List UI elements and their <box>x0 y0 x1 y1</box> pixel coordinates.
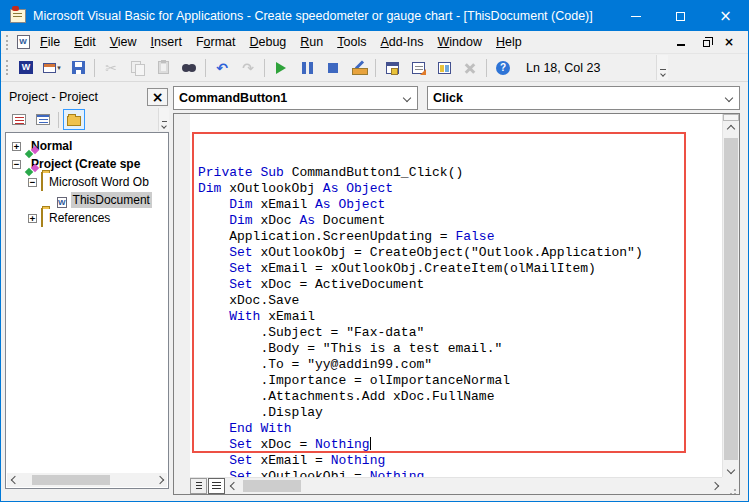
view-word-icon: W <box>19 61 33 74</box>
code-text: xEmail = <box>253 453 331 468</box>
project-panel-close-button[interactable] <box>147 88 168 106</box>
project-tree[interactable]: +Normal−Project (Create spe−Microsoft Wo… <box>5 132 169 489</box>
undo-icon: ↶ <box>216 61 228 75</box>
toggle-folders-button[interactable] <box>63 109 85 130</box>
code-keyword: Set <box>229 453 252 468</box>
chevron-down-icon <box>660 71 666 77</box>
code-text: xEmail <box>260 309 315 324</box>
tree-expander-collapsed[interactable]: + <box>12 142 21 151</box>
project-panel-header: Project - Project <box>5 86 169 107</box>
paste-icon <box>158 61 169 74</box>
tree-expander-expanded[interactable]: − <box>28 178 37 187</box>
code-keyword: Set <box>229 277 252 292</box>
code-editor[interactable]: Private Sub CommandButton1_Click()Dim xO… <box>190 114 722 477</box>
run-button[interactable] <box>269 57 293 79</box>
insert-userform-icon <box>43 63 56 73</box>
mdi-close-button[interactable] <box>720 34 738 50</box>
code-line: Dim xEmail As Object <box>198 197 722 213</box>
tree-expander-collapsed[interactable]: + <box>28 214 37 223</box>
design-mode-button[interactable] <box>347 57 371 79</box>
mdi-restore-button[interactable] <box>696 34 714 50</box>
menu-item-file[interactable]: File <box>33 32 67 52</box>
tree-item-thisdocument[interactable]: WThisDocument <box>6 191 168 209</box>
toolbox-button[interactable] <box>458 57 482 79</box>
menu-item-help[interactable]: Help <box>489 32 529 52</box>
reset-button[interactable] <box>321 57 345 79</box>
scroll-left-button[interactable] <box>226 478 241 494</box>
find-button[interactable] <box>177 57 201 79</box>
scrollbar-thumb[interactable] <box>243 480 301 492</box>
minimize-button[interactable] <box>613 1 658 31</box>
full-module-view-button[interactable] <box>208 478 225 494</box>
tree-item-project-create-spe[interactable]: −Project (Create spe <box>6 155 168 173</box>
vertical-scrollbar[interactable] <box>722 114 739 477</box>
menu-item-format[interactable]: Format <box>189 32 243 52</box>
tree-expander-expanded[interactable]: − <box>12 160 21 169</box>
minimize-icon <box>631 16 641 17</box>
view-object-button[interactable] <box>32 109 54 130</box>
word-document-icon: W <box>13 34 33 50</box>
scroll-right-button[interactable] <box>707 478 722 494</box>
menu-item-run[interactable]: Run <box>293 32 330 52</box>
project-toolbar-options-button[interactable] <box>158 108 169 131</box>
code-line: Set xOutlookObj = CreateObject("Outlook.… <box>198 245 722 261</box>
redo-button[interactable]: ↷ <box>236 57 260 79</box>
menu-item-window[interactable]: Window <box>431 32 489 52</box>
menu-item-edit[interactable]: Edit <box>67 32 103 52</box>
copy-button[interactable] <box>125 57 149 79</box>
project-explorer-icon <box>386 62 399 74</box>
view-code-button[interactable] <box>8 109 30 130</box>
tree-item-microsoft-word-ob[interactable]: −Microsoft Word Ob <box>6 173 168 191</box>
insert-userform-button[interactable]: ▾ <box>40 57 64 79</box>
split-handle[interactable] <box>723 114 739 121</box>
properties-window-button[interactable] <box>406 57 430 79</box>
object-browser-button[interactable] <box>432 57 456 79</box>
line-column-indicator: Ln 18, Col 23 <box>526 61 600 75</box>
cut-button[interactable]: ✂ <box>99 57 123 79</box>
help-button[interactable]: ? <box>491 57 515 79</box>
menu-item-debug[interactable]: Debug <box>242 32 293 52</box>
object-dropdown[interactable]: CommandButton1 <box>173 86 418 110</box>
code-text: xDoc = ActiveDocument <box>253 277 425 292</box>
undo-button[interactable]: ↶ <box>210 57 234 79</box>
mdi-minimize-button[interactable] <box>672 34 690 50</box>
scrollbar-track[interactable] <box>723 136 739 462</box>
project-explorer-button[interactable] <box>380 57 404 79</box>
folder-open-icon <box>41 173 43 191</box>
view-word-button[interactable]: W <box>14 57 38 79</box>
scroll-right-button[interactable] <box>152 473 167 487</box>
title-bar: Microsoft Visual Basic for Applications … <box>1 1 748 31</box>
close-button[interactable] <box>703 1 748 31</box>
project-tree-horizontal-scrollbar[interactable] <box>7 473 167 487</box>
toolbar-options-button[interactable] <box>656 55 668 80</box>
scrollbar-thumb[interactable] <box>32 475 110 485</box>
code-text <box>198 245 229 260</box>
menu-item-insert[interactable]: Insert <box>144 32 189 52</box>
scroll-left-button[interactable] <box>7 473 22 487</box>
code-text: xOutlookObj = CreateObject("Outlook.Appl… <box>253 245 643 260</box>
maximize-button[interactable] <box>658 1 703 31</box>
tree-item-references[interactable]: +References <box>6 209 168 227</box>
object-dropdown-value: CommandButton1 <box>179 91 287 105</box>
code-margin-indicator-bar[interactable] <box>174 114 190 494</box>
tree-item-normal[interactable]: +Normal <box>6 137 168 155</box>
procedure-dropdown[interactable]: Click <box>427 86 740 110</box>
paste-button[interactable] <box>151 57 175 79</box>
scroll-down-button[interactable] <box>723 462 739 477</box>
resize-grip[interactable] <box>722 477 739 494</box>
procedure-view-button[interactable] <box>190 478 207 494</box>
horizontal-scrollbar[interactable] <box>190 477 722 494</box>
break-button[interactable] <box>295 57 319 79</box>
toolbar-grip-handle[interactable] <box>6 60 8 75</box>
menubar-grip-handle[interactable] <box>6 35 8 50</box>
menu-item-addins[interactable]: Add-Ins <box>373 32 430 52</box>
scroll-up-button[interactable] <box>723 121 739 136</box>
window-title: Microsoft Visual Basic for Applications … <box>33 9 593 23</box>
chevron-down-icon <box>725 94 733 102</box>
save-button[interactable] <box>66 57 90 79</box>
mdi-window-controls <box>672 34 738 50</box>
scrollbar-thumb[interactable] <box>724 138 738 460</box>
object-browser-icon <box>438 62 451 74</box>
menu-item-tools[interactable]: Tools <box>330 32 373 52</box>
menu-item-view[interactable]: View <box>103 32 144 52</box>
